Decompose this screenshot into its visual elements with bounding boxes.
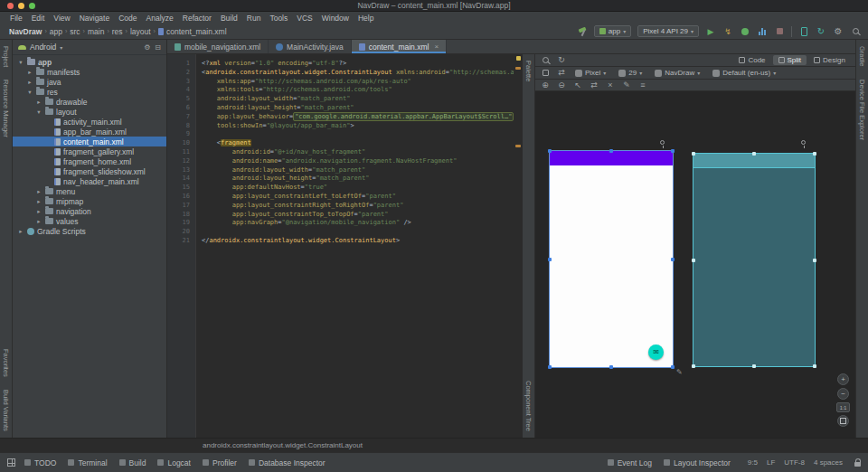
run-config-select[interactable]: app ▾ — [594, 25, 631, 37]
refresh-preview-icon[interactable]: ↻ — [556, 55, 567, 65]
design-canvas[interactable]: ✉ ✎ + − 1:1 — [535, 91, 855, 438]
zoom-ratio[interactable]: 1:1 — [836, 402, 850, 412]
infer-constraints-icon[interactable]: ✎ — [621, 80, 632, 90]
mode-split-button[interactable]: Split — [773, 55, 807, 65]
tool-window-tab-resource-manager[interactable]: Resource Manager — [2, 73, 10, 144]
status-utf-8[interactable]: UTF-8 — [784, 458, 805, 467]
zoom-to-fit-button[interactable] — [837, 415, 849, 427]
tool-window-tab-gradle[interactable]: Gradle — [858, 40, 866, 73]
tree-item-layout[interactable]: ▾layout — [13, 107, 166, 117]
blueprint-appbar[interactable] — [693, 154, 815, 168]
zoom-out-button[interactable]: − — [837, 388, 849, 400]
tree-item-gradle-scripts[interactable]: ▸Gradle Scripts — [13, 226, 166, 236]
tool-window-logcat[interactable]: Logcat — [157, 458, 191, 467]
chevron-down-icon[interactable]: ▾ — [17, 59, 24, 66]
zoom-in-button[interactable]: + — [837, 373, 849, 385]
breadcrumb-item-res[interactable]: res — [112, 27, 123, 36]
selection-handle[interactable] — [813, 152, 816, 156]
editor-breadcrumb[interactable]: androidx.constraintlayout.widget.Constra… — [203, 441, 363, 449]
lock-icon[interactable] — [854, 462, 861, 467]
tree-item-content_main-xml[interactable]: content_main.xml — [13, 137, 166, 146]
breadcrumb-item-navdraw[interactable]: NavDraw — [9, 27, 42, 36]
fab-button[interactable]: ✉ — [648, 345, 664, 360]
selection-handle[interactable] — [548, 149, 552, 153]
locale-select[interactable]: Default (en-us)▾ — [710, 69, 778, 77]
tool-window-switcher-icon[interactable] — [7, 458, 15, 467]
menu-tools[interactable]: Tools — [265, 14, 292, 23]
menu-analyze[interactable]: Analyze — [142, 14, 178, 23]
menu-build[interactable]: Build — [216, 14, 242, 23]
zoom-in-icon[interactable]: ⊕ — [540, 80, 551, 90]
tree-item-mipmap[interactable]: ▸mipmap — [13, 196, 166, 206]
selection-handle[interactable] — [548, 258, 552, 261]
tree-item-fragment_slideshow-xml[interactable]: fragment_slideshow.xml — [13, 166, 166, 176]
theme-select[interactable]: NavDraw▾ — [652, 69, 703, 77]
mode-design-button[interactable]: Design — [808, 55, 851, 65]
tree-item-activity_main-xml[interactable]: activity_main.xml — [13, 117, 166, 127]
zoom-out-icon[interactable]: ⊖ — [556, 80, 567, 90]
run-button[interactable]: ▶ — [705, 26, 716, 37]
menu-window[interactable]: Window — [317, 14, 354, 23]
tool-window-tab-device-file-explorer[interactable]: Device File Explorer — [858, 73, 866, 146]
profiler-button[interactable] — [757, 26, 768, 37]
breadcrumb-item-content_main-xml[interactable]: content_main.xml — [158, 27, 227, 36]
stop-button[interactable] — [774, 26, 785, 37]
close-window-button[interactable] — [7, 3, 14, 9]
chevron-right-icon[interactable]: ▸ — [35, 218, 42, 225]
menu-help[interactable]: Help — [354, 14, 378, 23]
tree-item-values[interactable]: ▸values — [13, 216, 166, 226]
tree-item-app_bar_main-xml[interactable]: app_bar_main.xml — [13, 127, 166, 137]
tool-window-tab-favorites[interactable]: Favorites — [2, 343, 10, 383]
minimize-window-button[interactable] — [18, 3, 24, 9]
orientation-icon[interactable]: ⇄ — [556, 68, 567, 78]
menu-file[interactable]: File — [5, 14, 27, 23]
chevron-down-icon[interactable]: ▾ — [35, 109, 42, 116]
menu-vcs[interactable]: VCS — [292, 14, 316, 23]
selection-handle[interactable] — [692, 152, 695, 156]
tree-item-fragment_home-xml[interactable]: fragment_home.xml — [13, 156, 166, 166]
selection-handle[interactable] — [671, 258, 675, 261]
chevron-down-icon[interactable]: ▾ — [26, 89, 33, 96]
menu-run[interactable]: Run — [242, 14, 266, 23]
tool-window-tab-build-variants[interactable]: Build Variants — [2, 383, 10, 438]
chevron-right-icon[interactable]: ▸ — [35, 188, 42, 195]
tool-window-profiler[interactable]: Profiler — [203, 458, 237, 467]
tree-item-res[interactable]: ▾res — [13, 87, 166, 97]
tab-mobile_navigation-xml[interactable]: mobile_navigation.xml — [167, 40, 269, 53]
mode-code-button[interactable]: Code — [733, 55, 770, 65]
design-preview-phone[interactable]: ✉ — [550, 151, 673, 367]
pin-icon[interactable] — [801, 140, 806, 145]
preview-appbar[interactable] — [550, 151, 673, 165]
chevron-right-icon[interactable]: ▸ — [26, 79, 33, 86]
close-icon[interactable]: × — [434, 42, 439, 51]
warning-mark[interactable] — [515, 145, 521, 147]
selection-handle[interactable] — [548, 365, 552, 369]
selection-handle[interactable] — [609, 365, 613, 369]
menu-code[interactable]: Code — [114, 14, 141, 23]
menu-refactor[interactable]: Refactor — [178, 14, 216, 23]
tool-window-event-log[interactable]: Event Log — [608, 458, 652, 467]
device-select[interactable]: Pixel 4 API 29 ▾ — [637, 25, 699, 37]
avd-manager-button[interactable] — [798, 26, 809, 37]
tool-window-terminal[interactable]: Terminal — [68, 458, 107, 467]
apply-changes-icon[interactable]: ↯ — [722, 26, 733, 37]
tool-window-todo[interactable]: TODO — [24, 458, 56, 467]
tool-window-database-inspector[interactable]: Database Inspector — [249, 458, 326, 467]
edit-pencil-icon[interactable]: ✎ — [676, 368, 683, 376]
tab-mainactivity-java[interactable]: MainActivity.java — [269, 40, 352, 53]
status-4-spaces[interactable]: 4 spaces — [814, 458, 843, 467]
pin-icon[interactable] — [660, 140, 665, 145]
code-area[interactable]: <?xml version="1.0" encoding="utf-8"?><a… — [197, 54, 514, 438]
component-tree-tab[interactable]: Component Tree — [524, 374, 533, 438]
selection-handle[interactable] — [609, 149, 613, 153]
device-select[interactable]: Pixel▾ — [572, 69, 609, 77]
tree-item-navigation[interactable]: ▸navigation — [13, 206, 166, 216]
warning-mark[interactable] — [515, 67, 521, 70]
zoom-search-icon[interactable] — [540, 55, 551, 65]
menu-navigate[interactable]: Navigate — [75, 14, 115, 23]
pan-icon[interactable]: ⇄ — [589, 80, 599, 90]
tree-item-drawable[interactable]: ▸drawable — [13, 97, 166, 107]
selection-handle[interactable] — [671, 365, 675, 369]
selection-handle[interactable] — [813, 364, 816, 368]
search-everywhere-button[interactable] — [850, 26, 861, 37]
